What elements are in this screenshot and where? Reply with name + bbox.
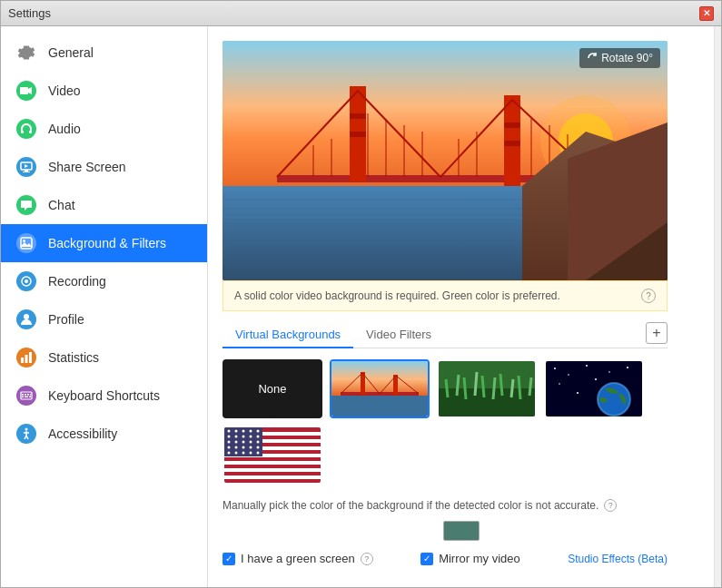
svg-point-110 bbox=[228, 436, 231, 438]
svg-line-74 bbox=[446, 379, 448, 397]
svg-line-29 bbox=[26, 436, 28, 439]
svg-line-82 bbox=[519, 376, 520, 399]
svg-rect-18 bbox=[22, 394, 24, 396]
svg-point-12 bbox=[25, 279, 28, 283]
svg-line-83 bbox=[529, 377, 531, 396]
sidebar-item-general[interactable]: General bbox=[1, 34, 207, 72]
gear-icon bbox=[15, 42, 37, 64]
sidebar-item-share-screen[interactable]: Share Screen bbox=[1, 148, 207, 186]
rotate-button[interactable]: Rotate 90° bbox=[579, 48, 660, 68]
svg-point-9 bbox=[23, 240, 25, 242]
green-screen-label: I have a green screen bbox=[241, 552, 355, 565]
rotate-icon bbox=[587, 53, 598, 64]
sidebar-item-background-filters[interactable]: Background & Filters bbox=[1, 224, 207, 262]
headphone-icon bbox=[15, 118, 37, 140]
svg-line-81 bbox=[511, 379, 513, 397]
background-flag[interactable] bbox=[223, 426, 322, 485]
sidebar-item-audio[interactable]: Audio bbox=[1, 110, 207, 148]
svg-rect-42 bbox=[504, 122, 520, 128]
green-screen-help-icon[interactable]: ? bbox=[361, 553, 373, 565]
svg-point-119 bbox=[257, 441, 260, 444]
svg-point-85 bbox=[554, 368, 556, 369]
titlebar: Settings ✕ bbox=[1, 1, 721, 26]
sidebar-label-audio: Audio bbox=[48, 122, 81, 136]
sidebar: General Video bbox=[1, 26, 208, 587]
svg-point-107 bbox=[242, 430, 245, 433]
close-button[interactable]: ✕ bbox=[699, 6, 714, 21]
sidebar-item-keyboard-shortcuts[interactable]: Keyboard Shortcuts bbox=[1, 377, 207, 415]
share-screen-icon bbox=[15, 156, 37, 178]
svg-rect-21 bbox=[30, 394, 31, 396]
sidebar-item-statistics[interactable]: Statistics bbox=[1, 338, 207, 377]
svg-rect-5 bbox=[25, 170, 28, 172]
statistics-icon bbox=[15, 347, 37, 368]
backgrounds-grid: None bbox=[223, 359, 668, 485]
svg-point-108 bbox=[250, 430, 252, 433]
svg-rect-43 bbox=[504, 141, 520, 146]
color-swatch[interactable] bbox=[443, 521, 480, 541]
svg-line-75 bbox=[457, 375, 459, 396]
add-background-button[interactable]: + bbox=[646, 322, 668, 344]
svg-rect-2 bbox=[21, 131, 24, 133]
sidebar-label-recording: Recording bbox=[48, 274, 106, 289]
green-screen-checkbox[interactable] bbox=[223, 553, 235, 565]
tab-video-filters[interactable]: Video Filters bbox=[353, 322, 444, 348]
mirror-video-label: Mirror my video bbox=[439, 552, 520, 565]
space-thumbnail bbox=[546, 361, 642, 416]
svg-rect-15 bbox=[25, 355, 28, 363]
profile-icon bbox=[15, 309, 37, 330]
svg-rect-41 bbox=[350, 132, 366, 137]
warning-help-icon[interactable]: ? bbox=[641, 289, 656, 303]
background-grass[interactable] bbox=[437, 359, 537, 418]
background-none[interactable]: None bbox=[223, 359, 322, 418]
svg-point-89 bbox=[627, 367, 628, 368]
svg-point-109 bbox=[257, 430, 260, 433]
golden-gate-thumbnail bbox=[331, 361, 428, 416]
sidebar-label-statistics: Statistics bbox=[48, 350, 99, 365]
tab-virtual-backgrounds[interactable]: Virtual Backgrounds bbox=[223, 322, 353, 348]
keyboard-icon bbox=[15, 385, 37, 407]
sidebar-item-chat[interactable]: Chat bbox=[1, 186, 207, 224]
svg-rect-3 bbox=[29, 131, 32, 133]
svg-point-126 bbox=[235, 452, 238, 455]
warning-text: A solid color video background is requir… bbox=[234, 289, 560, 302]
color-help-icon[interactable]: ? bbox=[604, 499, 617, 512]
svg-point-116 bbox=[235, 441, 238, 444]
studio-effects-link[interactable]: Studio Effects (Beta) bbox=[568, 553, 668, 565]
checkbox-row: I have a green screen ? Mirror my video … bbox=[223, 552, 668, 565]
svg-rect-64 bbox=[331, 396, 428, 416]
sidebar-item-profile[interactable]: Profile bbox=[1, 300, 207, 338]
svg-rect-20 bbox=[27, 394, 29, 396]
svg-point-86 bbox=[568, 374, 569, 376]
svg-rect-19 bbox=[25, 394, 26, 396]
mirror-video-checkbox[interactable] bbox=[420, 553, 433, 565]
scrollbar[interactable] bbox=[714, 26, 721, 587]
sidebar-item-recording[interactable]: Recording bbox=[1, 262, 207, 300]
sidebar-label-share-screen: Share Screen bbox=[48, 160, 126, 174]
svg-point-127 bbox=[242, 452, 245, 455]
svg-point-113 bbox=[250, 436, 252, 438]
tabs-row: Virtual Backgrounds Video Filters + bbox=[223, 322, 668, 348]
svg-line-79 bbox=[493, 377, 495, 399]
background-none-label: None bbox=[258, 382, 286, 396]
sidebar-label-chat: Chat bbox=[48, 198, 75, 212]
svg-line-77 bbox=[475, 372, 477, 396]
main-content: General Video bbox=[1, 26, 721, 587]
svg-marker-1 bbox=[28, 87, 32, 94]
svg-point-112 bbox=[242, 436, 245, 438]
warning-bar: A solid color video background is requir… bbox=[223, 280, 668, 311]
svg-rect-22 bbox=[22, 397, 24, 398]
svg-rect-14 bbox=[21, 358, 24, 363]
color-pick-text: Manually pick the color of the backgroun… bbox=[223, 499, 598, 512]
svg-line-78 bbox=[482, 376, 484, 397]
svg-line-76 bbox=[464, 377, 466, 399]
sidebar-item-accessibility[interactable]: Accessibility bbox=[1, 415, 207, 453]
svg-point-105 bbox=[228, 430, 231, 433]
svg-point-106 bbox=[235, 430, 238, 433]
svg-point-91 bbox=[595, 378, 597, 380]
background-space[interactable] bbox=[544, 359, 644, 418]
background-golden-gate[interactable] bbox=[330, 359, 430, 418]
svg-rect-6 bbox=[23, 172, 30, 172]
sidebar-item-video[interactable]: Video bbox=[1, 72, 207, 110]
sidebar-label-video: Video bbox=[48, 83, 81, 98]
